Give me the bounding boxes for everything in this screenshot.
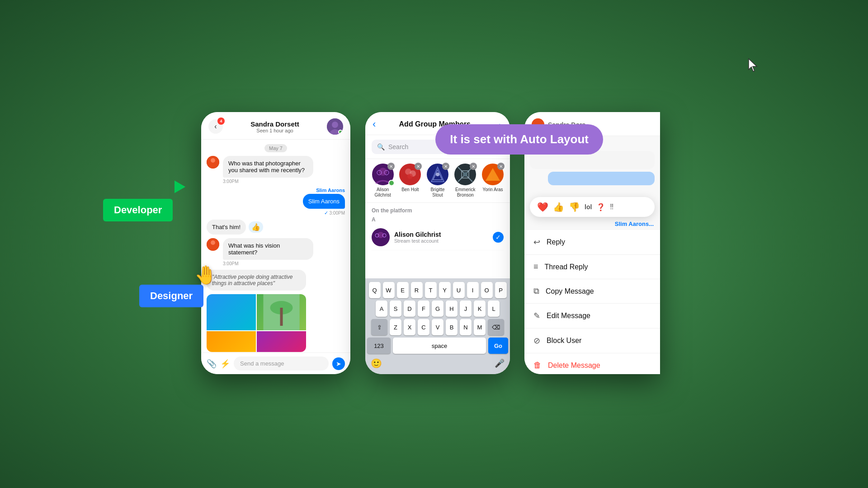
sender-avatar-2 bbox=[207, 238, 219, 251]
context-thread-reply[interactable]: ≡ Thread Reply bbox=[524, 255, 660, 279]
key-u[interactable]: U bbox=[453, 282, 465, 298]
block-icon: ⊘ bbox=[533, 336, 540, 346]
key-v[interactable]: V bbox=[432, 319, 443, 335]
platform-label: On the platform bbox=[372, 207, 504, 214]
collage-image-1 bbox=[207, 294, 256, 330]
context-reply[interactable]: ↩ Reply bbox=[524, 230, 660, 255]
context-block-user[interactable]: ⊘ Block User bbox=[524, 328, 660, 353]
member-name-emmerick: Emmerick Bronson bbox=[454, 187, 476, 198]
context-menu: ↩ Reply ≡ Thread Reply ⧉ Copy Message ✎ … bbox=[524, 230, 660, 374]
member-chip-alison[interactable]: ✕ Alison Gilchrist bbox=[372, 164, 394, 198]
key-a[interactable]: A bbox=[376, 300, 387, 317]
key-q[interactable]: Q bbox=[369, 282, 381, 298]
keyboard-row-1: Q W E R T Y U I O P bbox=[367, 282, 508, 298]
key-j[interactable]: J bbox=[460, 300, 472, 317]
member-chip-emmerick[interactable]: ✕ Emmerick Bronson bbox=[454, 164, 476, 198]
remove-alison-icon[interactable]: ✕ bbox=[387, 163, 395, 170]
key-d[interactable]: D bbox=[404, 300, 415, 317]
member-chip-yorin[interactable]: ✕ Yorin Aras bbox=[482, 164, 504, 198]
svg-point-31 bbox=[377, 232, 384, 238]
date-separator: May 7 bbox=[264, 144, 287, 152]
key-y[interactable]: Y bbox=[439, 282, 451, 298]
context-copy-message[interactable]: ⧉ Copy Message bbox=[524, 279, 660, 304]
member-name-brigitte: Brigitte Stout bbox=[426, 187, 448, 198]
key-k[interactable]: K bbox=[474, 300, 486, 317]
key-r[interactable]: R bbox=[411, 282, 423, 298]
bolt-icon[interactable]: ⚡ bbox=[220, 359, 230, 369]
keyboard-row-3: ⇧ Z X C V B N M ⌫ bbox=[367, 319, 508, 335]
quote-message: "Attractive people doing attractive thin… bbox=[207, 270, 306, 291]
search-placeholder: Search bbox=[388, 143, 408, 150]
key-o[interactable]: O bbox=[481, 282, 493, 298]
microphone-button[interactable]: 🎤 bbox=[495, 358, 505, 368]
member-avatar-alison: ✕ bbox=[372, 164, 394, 185]
key-123[interactable]: 123 bbox=[367, 338, 391, 354]
key-g[interactable]: G bbox=[432, 300, 443, 317]
svg-point-2 bbox=[332, 122, 338, 128]
hand-cursor-icon: 🤚 bbox=[194, 264, 217, 286]
back-icon: ‹ bbox=[214, 122, 217, 131]
message-time: 3:00PM bbox=[223, 179, 313, 184]
key-w[interactable]: W bbox=[383, 282, 395, 298]
sender-name: Slim Aarons bbox=[316, 188, 345, 193]
member-name-alison: Alison Gilchrist bbox=[372, 187, 394, 198]
key-c[interactable]: C bbox=[418, 319, 429, 335]
contact-name-alison: Alison Gilchrist bbox=[394, 231, 488, 238]
attachment-icon[interactable]: 📎 bbox=[207, 359, 217, 369]
checkmark-icon: ✓ bbox=[324, 210, 328, 216]
arrow-cursor-icon bbox=[169, 178, 185, 193]
developer-badge: Developer bbox=[103, 199, 173, 221]
contact-row-alison[interactable]: Alison Gilchrist Stream test account ✓ bbox=[372, 225, 504, 250]
key-t[interactable]: T bbox=[425, 282, 437, 298]
notification-badge: 4 bbox=[217, 117, 225, 125]
block-user-label: Block User bbox=[547, 337, 581, 345]
key-p[interactable]: P bbox=[495, 282, 507, 298]
keyboard-row-4: 123 space Go bbox=[367, 338, 508, 354]
key-m[interactable]: M bbox=[474, 319, 486, 335]
member-avatar-yorin: ✕ bbox=[482, 164, 504, 185]
key-f[interactable]: F bbox=[418, 300, 429, 317]
remove-yorin-icon[interactable]: ✕ bbox=[497, 163, 505, 170]
key-x[interactable]: X bbox=[404, 319, 415, 335]
member-name-ben: Ben Holt bbox=[401, 187, 419, 192]
remove-brigitte-icon[interactable]: ✕ bbox=[442, 163, 449, 170]
member-chip-brigitte[interactable]: ✕ Brigitte Stout bbox=[426, 164, 448, 198]
key-go[interactable]: Go bbox=[488, 338, 508, 354]
contact-check-alison[interactable]: ✓ bbox=[493, 232, 504, 243]
key-n[interactable]: N bbox=[460, 319, 472, 335]
group-back-button[interactable]: ‹ bbox=[373, 118, 376, 130]
context-edit-message[interactable]: ✎ Edit Message bbox=[524, 304, 660, 328]
key-h[interactable]: H bbox=[446, 300, 458, 317]
contact-info-alison: Alison Gilchrist Stream test account bbox=[394, 231, 488, 244]
reaction-heart[interactable]: ❤️ bbox=[537, 202, 548, 212]
send-button[interactable]: ➤ bbox=[332, 357, 345, 370]
reaction-exclaim[interactable]: ‼️ bbox=[610, 203, 613, 211]
image-collage bbox=[207, 294, 306, 352]
key-backspace[interactable]: ⌫ bbox=[488, 319, 504, 335]
svg-rect-10 bbox=[280, 308, 283, 326]
reaction-message: That's him! 👍 bbox=[207, 220, 345, 235]
context-delete-message[interactable]: 🗑 Delete Message bbox=[524, 353, 660, 374]
key-e[interactable]: E bbox=[397, 282, 409, 298]
key-s[interactable]: S bbox=[390, 300, 401, 317]
member-chip-ben[interactable]: ✕ Ben Holt bbox=[399, 164, 421, 198]
reaction-thumbsup[interactable]: 👍 bbox=[553, 202, 564, 212]
key-z[interactable]: Z bbox=[390, 319, 401, 335]
member-avatar-ben: ✕ bbox=[399, 164, 421, 185]
message-bubble: Who was that photographer you shared wit… bbox=[223, 156, 313, 178]
reactions-bar: ❤️ 👍 👎 lol ❓ ‼️ bbox=[530, 197, 655, 217]
message-input[interactable]: Send a message bbox=[234, 357, 329, 371]
emoji-button[interactable]: 🙂 bbox=[371, 358, 382, 369]
contact-avatar[interactable] bbox=[327, 118, 343, 135]
key-l[interactable]: L bbox=[488, 300, 500, 317]
message-time-sent: ✓ 3:00PM bbox=[324, 210, 345, 216]
reaction-thumbsdown[interactable]: 👎 bbox=[569, 202, 580, 212]
key-i[interactable]: I bbox=[467, 282, 479, 298]
key-b[interactable]: B bbox=[446, 319, 458, 335]
simple-message: That's him! bbox=[207, 220, 246, 235]
reaction-lol[interactable]: lol bbox=[585, 203, 592, 211]
key-space[interactable]: space bbox=[393, 338, 486, 354]
key-shift[interactable]: ⇧ bbox=[371, 319, 387, 335]
back-button[interactable]: ‹ 4 bbox=[208, 119, 223, 134]
reaction-question[interactable]: ❓ bbox=[596, 203, 605, 211]
